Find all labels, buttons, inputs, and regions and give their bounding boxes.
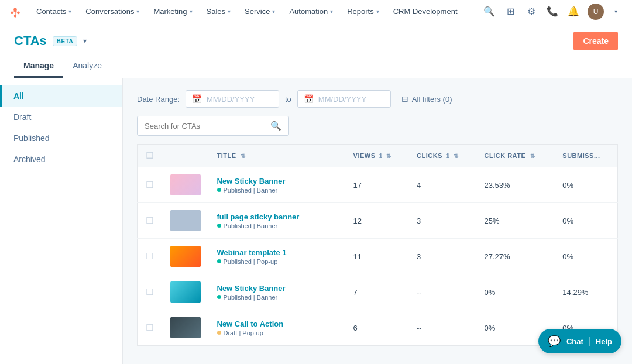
sidebar-item-draft[interactable]: Draft bbox=[0, 107, 122, 128]
row-views: 11 bbox=[345, 239, 408, 274]
row-views: 12 bbox=[345, 203, 408, 239]
row-thumbnail-cell bbox=[162, 167, 209, 203]
row-checkbox[interactable]: ☐ bbox=[146, 180, 153, 190]
settings-icon[interactable]: ⚙ bbox=[522, 2, 541, 21]
clicks-header[interactable]: CLICKS ℹ ⇅ bbox=[408, 145, 476, 167]
date-from-placeholder: MM/DD/YYYY bbox=[207, 95, 255, 104]
search-icon[interactable]: 🔍 bbox=[480, 2, 499, 21]
row-submissions: 0% bbox=[554, 239, 617, 274]
row-checkbox[interactable]: ☐ bbox=[146, 251, 153, 261]
chevron-down-icon[interactable]: ▾ bbox=[83, 37, 87, 45]
chevron-down-icon: ▾ bbox=[136, 8, 139, 15]
nav-conversations[interactable]: Conversations ▾ bbox=[80, 0, 145, 23]
page-title: CTAs bbox=[14, 33, 47, 49]
row-clicks: 3 bbox=[408, 239, 476, 274]
cta-title-link[interactable]: Webinar template 1 bbox=[217, 248, 337, 257]
date-from-input[interactable]: 📅 MM/DD/YYYY bbox=[186, 90, 279, 108]
nav-marketing[interactable]: Marketing ▾ bbox=[147, 0, 198, 23]
submissions-header: SUBMISS... bbox=[554, 145, 617, 167]
beta-badge: BETA bbox=[53, 36, 77, 46]
nav-sales[interactable]: Sales ▾ bbox=[201, 0, 237, 23]
row-checkbox-cell: ☐ bbox=[138, 274, 162, 310]
row-submissions: 0% bbox=[554, 167, 617, 203]
row-title-cell: New Call to Action Draft | Pop-up bbox=[209, 310, 345, 346]
row-views: 7 bbox=[345, 274, 408, 310]
click-rate-header[interactable]: CLICK RATE ⇅ bbox=[476, 145, 554, 167]
row-title-cell: Webinar template 1 Published | Pop-up bbox=[209, 239, 345, 274]
select-all-checkbox[interactable]: ☐ bbox=[146, 150, 154, 160]
row-click-rate: 25% bbox=[476, 203, 554, 239]
calendar-icon: 📅 bbox=[192, 94, 202, 104]
svg-point-2 bbox=[11, 11, 13, 14]
row-clicks: -- bbox=[408, 274, 476, 310]
nav-contacts[interactable]: Contacts ▾ bbox=[30, 0, 77, 23]
chat-icon: 💬 bbox=[548, 335, 561, 348]
table-row: ☐ New Sticky Banner Published | Banner 7… bbox=[138, 274, 618, 310]
hubspot-logo[interactable] bbox=[7, 4, 23, 20]
nav-service[interactable]: Service ▾ bbox=[239, 0, 281, 23]
cta-status: Published | Banner bbox=[217, 294, 337, 301]
all-filters-button[interactable]: ⊟ All filters (0) bbox=[401, 94, 452, 104]
search-input[interactable] bbox=[145, 122, 266, 131]
search-row: 🔍 bbox=[137, 116, 618, 136]
sidebar-item-all[interactable]: All bbox=[0, 85, 122, 107]
status-dot bbox=[217, 295, 221, 299]
chevron-down-icon[interactable]: ▾ bbox=[606, 2, 625, 21]
info-icon: ℹ bbox=[379, 152, 382, 159]
chevron-down-icon: ▾ bbox=[228, 8, 231, 15]
sort-icon: ⇅ bbox=[454, 153, 459, 159]
row-views: 6 bbox=[345, 310, 408, 346]
cta-thumbnail bbox=[170, 246, 201, 267]
search-box: 🔍 bbox=[137, 116, 289, 136]
chat-widget[interactable]: 💬 Chat Help bbox=[538, 329, 621, 353]
tab-analyze[interactable]: Analyze bbox=[63, 55, 111, 78]
cta-title-link[interactable]: New Sticky Banner bbox=[217, 284, 337, 293]
nav-reports[interactable]: Reports ▾ bbox=[341, 0, 385, 23]
cta-title-link[interactable]: full page sticky banner bbox=[217, 212, 337, 221]
sort-icon: ⇅ bbox=[530, 153, 535, 159]
cta-status: Published | Banner bbox=[217, 187, 337, 194]
nav-automation[interactable]: Automation ▾ bbox=[283, 0, 339, 23]
title-header[interactable]: TITLE ⇅ bbox=[209, 145, 345, 167]
row-click-rate: 0% bbox=[476, 274, 554, 310]
grid-icon[interactable]: ⊞ bbox=[501, 2, 520, 21]
row-submissions: 14.29% bbox=[554, 274, 617, 310]
help-label: Help bbox=[589, 337, 612, 346]
row-click-rate: 23.53% bbox=[476, 167, 554, 203]
table-row: ☐ New Sticky Banner Published | Banner 1… bbox=[138, 167, 618, 203]
row-checkbox[interactable]: ☐ bbox=[146, 322, 153, 332]
cta-thumbnail bbox=[170, 317, 201, 338]
cta-title-link[interactable]: New Sticky Banner bbox=[217, 177, 337, 186]
sort-icon: ⇅ bbox=[386, 153, 391, 159]
cta-title-link[interactable]: New Call to Action bbox=[217, 320, 337, 328]
table-row: ☐ Webinar template 1 Published | Pop-up … bbox=[138, 239, 618, 274]
phone-icon[interactable]: 📞 bbox=[543, 2, 562, 21]
nav-icon-group: 🔍 ⊞ ⚙ 📞 🔔 U ▾ bbox=[480, 2, 625, 21]
cta-thumbnail bbox=[170, 174, 201, 195]
row-clicks: 3 bbox=[408, 203, 476, 239]
status-text: Draft | Pop-up bbox=[224, 329, 263, 336]
status-text: Published | Banner bbox=[224, 294, 278, 301]
tab-manage[interactable]: Manage bbox=[14, 55, 63, 78]
row-clicks: 4 bbox=[408, 167, 476, 203]
bell-icon[interactable]: 🔔 bbox=[564, 2, 583, 21]
filters-row: Date Range: 📅 MM/DD/YYYY to 📅 MM/DD/YYYY… bbox=[137, 90, 618, 108]
views-header[interactable]: VIEWS ℹ ⇅ bbox=[345, 145, 408, 167]
row-title-cell: New Sticky Banner Published | Banner bbox=[209, 274, 345, 310]
svg-point-3 bbox=[14, 15, 17, 18]
row-checkbox-cell: ☐ bbox=[138, 310, 162, 346]
row-checkbox[interactable]: ☐ bbox=[146, 215, 153, 225]
chevron-down-icon: ▾ bbox=[68, 8, 71, 15]
row-thumbnail-cell bbox=[162, 239, 209, 274]
chat-label: Chat bbox=[566, 337, 583, 346]
search-icon: 🔍 bbox=[270, 121, 281, 131]
nav-crm-development[interactable]: CRM Development bbox=[387, 0, 463, 23]
create-button[interactable]: Create bbox=[573, 32, 618, 50]
sidebar-item-archived[interactable]: Archived bbox=[0, 149, 122, 170]
date-to-input[interactable]: 📅 MM/DD/YYYY bbox=[297, 90, 391, 108]
chevron-down-icon: ▾ bbox=[330, 8, 333, 15]
row-checkbox[interactable]: ☐ bbox=[146, 287, 153, 297]
sidebar-item-published[interactable]: Published bbox=[0, 128, 122, 149]
sidebar: All Draft Published Archived bbox=[0, 78, 123, 364]
user-avatar[interactable]: U bbox=[588, 4, 604, 20]
